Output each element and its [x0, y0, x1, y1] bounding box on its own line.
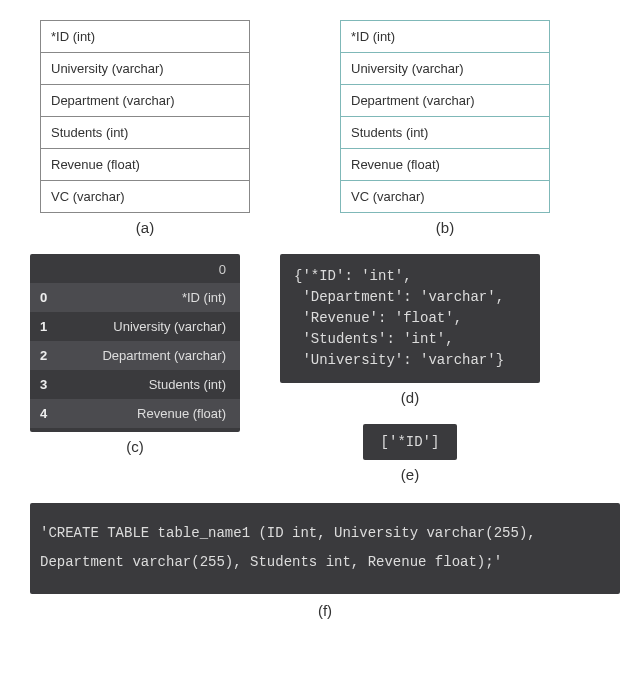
row-value: University (varchar) — [60, 319, 226, 334]
schema-cell: University (varchar) — [341, 53, 549, 85]
schema-cell: Revenue (float) — [41, 149, 249, 181]
row-value: Department (varchar) — [60, 348, 226, 363]
schema-cell: VC (varchar) — [41, 181, 249, 212]
schema-cell: Students (int) — [341, 117, 549, 149]
panel-f-caption: (f) — [30, 602, 620, 619]
panel-a-wrap: *ID (int) University (varchar) Departmen… — [40, 20, 250, 236]
row-value: *ID (int) — [60, 290, 226, 305]
row-index: 2 — [40, 348, 60, 363]
schema-cell: Department (varchar) — [341, 85, 549, 117]
panel-d-dict: {'*ID': 'int', 'Department': 'varchar', … — [280, 254, 540, 383]
table-row: 2 Department (varchar) — [30, 341, 240, 370]
schema-cell: University (varchar) — [41, 53, 249, 85]
panel-b-wrap: *ID (int) University (varchar) Departmen… — [340, 20, 550, 236]
row-index: 1 — [40, 319, 60, 334]
middle-row: 0 0 *ID (int) 1 University (varchar) 2 D… — [30, 254, 620, 483]
schema-cell: Students (int) — [41, 117, 249, 149]
row-index: 0 — [40, 290, 60, 305]
top-row: *ID (int) University (varchar) Departmen… — [40, 20, 620, 236]
table-row: 4 Revenue (float) — [30, 399, 240, 428]
row-index: 3 — [40, 377, 60, 392]
panel-c-header: 0 — [30, 258, 240, 283]
schema-cell: *ID (int) — [341, 21, 549, 53]
panel-a-caption: (a) — [40, 219, 250, 236]
panel-e-list: ['*ID'] — [363, 424, 458, 460]
panel-d-caption: (d) — [401, 389, 419, 406]
schema-cell: *ID (int) — [41, 21, 249, 53]
table-row: 3 Students (int) — [30, 370, 240, 399]
table-row: 0 *ID (int) — [30, 283, 240, 312]
panel-de-column: {'*ID': 'int', 'Department': 'varchar', … — [280, 254, 540, 483]
row-value: Revenue (float) — [60, 406, 226, 421]
schema-cell: Revenue (float) — [341, 149, 549, 181]
panel-a-table: *ID (int) University (varchar) Departmen… — [40, 20, 250, 213]
schema-cell: VC (varchar) — [341, 181, 549, 212]
panel-b-caption: (b) — [340, 219, 550, 236]
table-row: 1 University (varchar) — [30, 312, 240, 341]
panel-e-caption: (e) — [401, 466, 419, 483]
panel-c-caption: (c) — [30, 438, 240, 455]
panel-f-sql: 'CREATE TABLE table_name1 (ID int, Unive… — [30, 503, 620, 594]
row-index: 4 — [40, 406, 60, 421]
panel-c-table: 0 0 *ID (int) 1 University (varchar) 2 D… — [30, 254, 240, 432]
bottom-row: 'CREATE TABLE table_name1 (ID int, Unive… — [30, 503, 620, 619]
panel-c-wrap: 0 0 *ID (int) 1 University (varchar) 2 D… — [30, 254, 240, 483]
schema-cell: Department (varchar) — [41, 85, 249, 117]
panel-b-table: *ID (int) University (varchar) Departmen… — [340, 20, 550, 213]
row-value: Students (int) — [60, 377, 226, 392]
